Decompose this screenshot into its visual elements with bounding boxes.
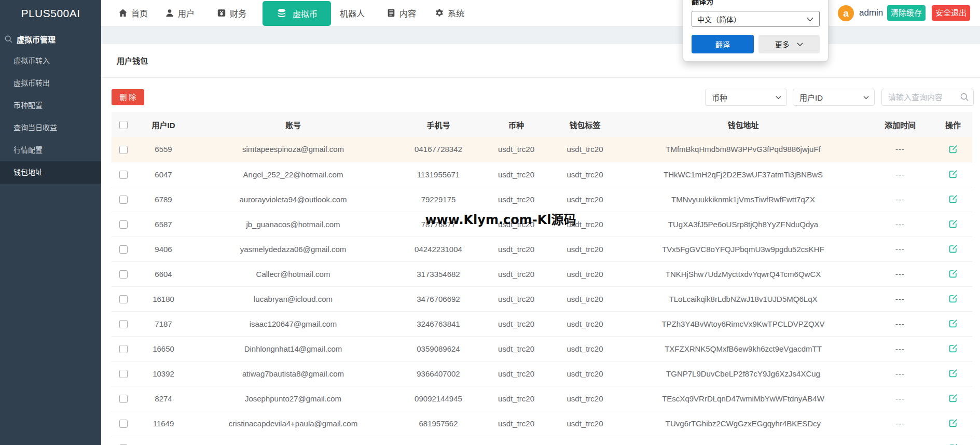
cell-coin: usdt_trc20	[482, 361, 550, 386]
row-checkbox[interactable]	[119, 295, 128, 303]
table-header-row: 用户ID账号手机号币种钱包标签钱包地址添加时间操作	[112, 112, 972, 137]
cell-phone: 3173354682	[394, 261, 482, 286]
delete-button[interactable]: 删 除	[112, 89, 144, 105]
cell-wallet-label: usdt_trc20	[550, 237, 620, 261]
nav-item[interactable]: 内容	[387, 0, 416, 26]
cell-phone: 3476706692	[394, 286, 482, 311]
row-checkbox-cell	[112, 386, 135, 411]
sidebar-item[interactable]: 币种配置	[0, 94, 101, 117]
row-checkbox[interactable]	[119, 270, 128, 279]
row-checkbox-cell	[112, 212, 135, 237]
nav-item[interactable]: 系统	[435, 0, 464, 26]
row-checkbox[interactable]	[119, 171, 128, 179]
cell-phone: 79229175	[394, 187, 482, 212]
row-checkbox[interactable]	[119, 370, 128, 378]
sidebar-item[interactable]: 行情配置	[0, 139, 101, 161]
cell-phone: 9366407002	[394, 361, 482, 386]
row-checkbox-cell	[112, 361, 135, 386]
row-checkbox[interactable]	[119, 220, 128, 229]
watermark-text: www.Klym.com-Kl源码	[425, 210, 576, 228]
edit-icon[interactable]	[948, 443, 958, 445]
column-header: 钱包标签	[550, 112, 620, 137]
sidebar-item[interactable]: 虚拟币转出	[0, 72, 101, 94]
cell-wallet-address: TMfmBkqHmd5m8W3PPvG3fPqd9886jwjuFf	[620, 137, 866, 162]
row-checkbox[interactable]	[119, 395, 128, 403]
cell-user-id	[135, 436, 192, 445]
edit-icon[interactable]	[948, 294, 958, 304]
edit-icon[interactable]	[948, 244, 958, 254]
avatar[interactable]: a	[838, 5, 854, 21]
cell-user-id: 6587	[135, 212, 192, 237]
cell-account: simtapeespinoza@gmail.com	[192, 137, 394, 162]
edit-icon[interactable]	[948, 219, 958, 229]
coins-icon	[276, 8, 287, 19]
row-checkbox[interactable]	[119, 420, 128, 428]
cell-wallet-address: TVx5FgGVC8oYFQJPbqmU3w9pgdu52csKHF	[620, 237, 866, 261]
nav-items: 首页用户财务虚拟币机器人内容系统	[101, 0, 578, 26]
cell-actions	[934, 386, 972, 411]
edit-icon[interactable]	[948, 343, 958, 354]
translate-more-label: 更多	[775, 39, 790, 49]
content-icon	[387, 8, 396, 18]
nav-item[interactable]: 虚拟币	[263, 1, 331, 26]
cell-added-time: ---	[866, 286, 934, 311]
sidebar-item[interactable]: 虚拟币转入	[0, 50, 101, 72]
cell-added-time: ---	[866, 261, 934, 286]
edit-icon[interactable]	[948, 318, 958, 329]
row-checkbox-cell	[112, 336, 135, 361]
cell-actions	[934, 187, 972, 212]
row-checkbox[interactable]	[119, 320, 128, 328]
cell-coin: usdt_trc20	[482, 311, 550, 336]
nav-item[interactable]: 财务	[217, 0, 246, 26]
row-checkbox[interactable]	[119, 146, 128, 154]
table-row: 16180lucabryan@icloud.com3476706692usdt_…	[112, 286, 972, 311]
cell-phone: 1131955671	[394, 162, 482, 187]
select-all-header	[112, 112, 135, 137]
select-all-checkbox[interactable]	[119, 121, 128, 129]
cell-wallet-address: TLoLcaikqik8rLdbNZwJ18v1UJD5MQ6LqX	[620, 286, 866, 311]
chevron-down-icon	[776, 95, 781, 100]
logout-button[interactable]: 安全退出	[932, 5, 970, 21]
edit-icon[interactable]	[948, 269, 958, 279]
edit-icon[interactable]	[948, 144, 958, 155]
row-checkbox[interactable]	[119, 345, 128, 353]
search-icon[interactable]	[960, 92, 969, 102]
cell-coin: usdt_trc20	[482, 162, 550, 187]
edit-icon[interactable]	[948, 393, 958, 404]
chevron-down-icon	[863, 95, 869, 100]
cell-user-id: 6789	[135, 187, 192, 212]
search-field-select[interactable]: 用户ID	[793, 89, 875, 106]
cell-account: lucabryan@icloud.com	[192, 286, 394, 311]
row-checkbox-cell	[112, 436, 135, 445]
nav-item[interactable]: 机器人	[340, 0, 365, 26]
edit-icon[interactable]	[948, 418, 958, 428]
page-gray-band	[101, 26, 980, 44]
translate-more-button[interactable]: 更多	[758, 35, 820, 53]
cell-user-id: 6047	[135, 162, 192, 187]
cell-phone	[394, 436, 482, 445]
sidebar-item[interactable]: 钱包地址	[0, 161, 101, 184]
chevron-down-icon	[797, 42, 803, 47]
admin-username[interactable]: admin	[859, 8, 880, 18]
edit-icon[interactable]	[948, 368, 958, 379]
nav-item[interactable]: 用户	[165, 0, 195, 26]
cell-wallet-label: usdt_trc20	[550, 162, 620, 187]
cell-coin: usdt_trc20	[482, 237, 550, 261]
finance-icon	[217, 8, 226, 18]
edit-icon[interactable]	[948, 194, 958, 204]
nav-item[interactable]: 首页	[118, 0, 148, 26]
sidebar-item[interactable]: 查询当日收益	[0, 117, 101, 139]
toolbar: 删 除 币种 用户ID	[101, 78, 980, 112]
row-checkbox-cell	[112, 261, 135, 286]
translate-popup: 翻译为 中文（简体） 翻译 更多	[683, 0, 829, 62]
translate-language-select[interactable]: 中文（简体）	[692, 11, 820, 27]
cell-added-time	[866, 436, 934, 445]
row-checkbox[interactable]	[119, 196, 128, 204]
row-checkbox[interactable]	[119, 245, 128, 254]
edit-icon[interactable]	[948, 169, 958, 179]
translate-button[interactable]: 翻译	[692, 35, 754, 53]
cell-wallet-address: TNKHjShw7UdzMycttxdvYqwrQ4Tcm6QwCX	[620, 261, 866, 286]
cell-added-time: ---	[866, 411, 934, 436]
coin-type-select[interactable]: 币种	[705, 89, 787, 106]
clear-cache-button[interactable]: 清除缓存	[887, 5, 926, 21]
